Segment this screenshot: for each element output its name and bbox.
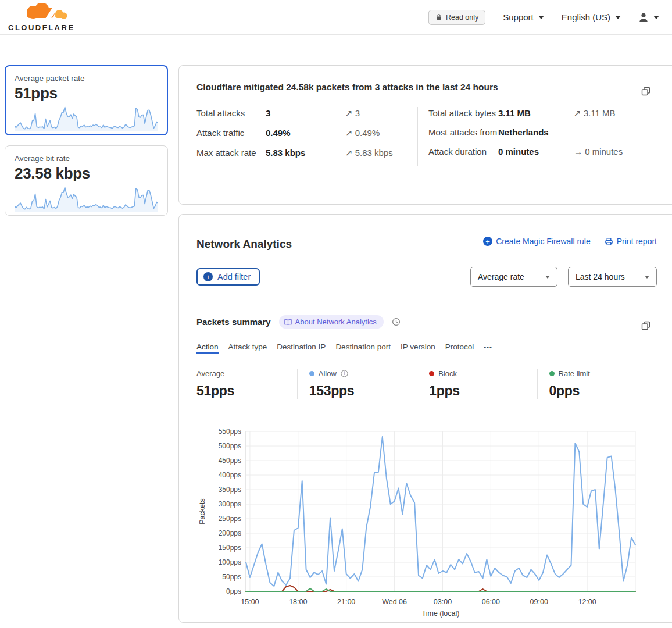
metric-cards-column: Average packet rate51ppsAverage bit rate… — [5, 65, 168, 216]
tab-protocol[interactable]: Protocol — [445, 342, 474, 354]
packet-stat-label-row: Allowi — [309, 369, 417, 378]
svg-text:300pps: 300pps — [219, 500, 241, 508]
stat-label: Attack traffic — [196, 127, 266, 140]
language-menu[interactable]: English (US) — [562, 12, 621, 22]
readonly-label: Read only — [446, 13, 478, 22]
language-label: English (US) — [562, 12, 610, 22]
sparkline — [15, 185, 158, 214]
svg-text:15:00: 15:00 — [241, 598, 259, 606]
svg-text:12:00: 12:00 — [578, 598, 596, 606]
chevron-down-icon — [615, 16, 621, 19]
metric-card-bit-rate[interactable]: Average bit rate23.58 kbps — [5, 145, 168, 216]
attack-stat-row: Attack traffic0.49%↗ 0.49% — [196, 127, 403, 140]
top-header: CLOUDFLARE Read only Support English (US… — [0, 0, 672, 35]
metric-label: Average packet rate — [15, 74, 158, 83]
svg-text:250pps: 250pps — [219, 515, 241, 523]
chevron-down-icon — [545, 276, 550, 279]
svg-text:i: i — [344, 370, 345, 376]
account-menu[interactable] — [638, 12, 659, 23]
expand-icon[interactable] — [641, 87, 650, 98]
history-clock-icon[interactable] — [392, 317, 401, 326]
tab-ip-version[interactable]: IP version — [401, 342, 435, 354]
svg-text:Packets: Packets — [198, 498, 206, 524]
packet-stats-row: Average51ppsAllowi153ppsBlock1ppsRate li… — [196, 369, 657, 399]
info-icon[interactable]: i — [341, 370, 348, 377]
network-analytics-card: Network Analytics + Create Magic Firewal… — [178, 214, 672, 623]
svg-text:550pps: 550pps — [219, 427, 241, 436]
chevron-down-icon — [538, 16, 544, 19]
tabs-overflow-button[interactable]: ••• — [484, 344, 492, 354]
sparkline-chart — [15, 105, 158, 131]
svg-text:06:00: 06:00 — [482, 598, 500, 606]
create-magic-firewall-rule-link[interactable]: + Create Magic Firewall rule — [483, 237, 591, 246]
svg-text:50pps: 50pps — [222, 573, 241, 581]
book-icon — [284, 319, 292, 326]
time-range-value: Last 24 hours — [576, 272, 625, 281]
svg-text:0pps: 0pps — [226, 587, 241, 595]
legend-dot-icon — [309, 371, 314, 376]
stat-delta: ↗ 3.11 MB — [574, 107, 655, 120]
stat-delta: ↗ 3 — [345, 107, 403, 120]
packet-stat-label: Allow — [319, 369, 337, 378]
cloudflare-cloud-icon — [11, 3, 72, 25]
packet-stat-label-row: Average — [196, 369, 297, 378]
metric-card-packet-rate[interactable]: Average packet rate51pps — [5, 65, 168, 135]
sparkline — [15, 105, 158, 134]
stat-value: 5.83 kbps — [266, 147, 345, 159]
legend-dot-icon — [429, 371, 434, 376]
support-menu[interactable]: Support — [503, 12, 544, 22]
metric-select[interactable]: Average rate — [470, 267, 557, 287]
time-range-select[interactable]: Last 24 hours — [568, 267, 657, 287]
chevron-down-icon — [645, 276, 649, 279]
mitigation-summary-title: Cloudflare mitigated 24.58k packets from… — [196, 82, 655, 92]
stat-value: 3.11 MB — [498, 107, 574, 120]
expand-icon[interactable] — [641, 321, 650, 333]
packets-chart: 0pps50pps100pps150pps200pps250pps300pps3… — [196, 424, 657, 622]
metric-value: 23.58 kbps — [15, 165, 158, 183]
legend-dot-icon — [549, 371, 555, 376]
attack-stat-row: Total attacks3↗ 3 — [196, 107, 403, 120]
badge-label: About Network Analytics — [295, 317, 377, 326]
svg-text:Time (local): Time (local) — [422, 609, 460, 618]
cloudflare-logo-text: CLOUDFLARE — [8, 24, 75, 31]
svg-text:400pps: 400pps — [219, 471, 241, 479]
attack-stat-row: Most attacks fromNetherlands — [428, 126, 655, 139]
svg-text:500pps: 500pps — [219, 442, 241, 450]
svg-text:03:00: 03:00 — [434, 598, 452, 606]
packet-stat-allow: Allowi153pps — [297, 369, 417, 399]
plus-circle-icon: + — [483, 237, 492, 246]
attack-stat-row: Total attack bytes3.11 MB↗ 3.11 MB — [428, 107, 655, 120]
tab-action[interactable]: Action — [196, 342, 219, 354]
support-label: Support — [503, 12, 534, 22]
stat-value: 3 — [266, 107, 345, 120]
tab-attack-type[interactable]: Attack type — [228, 342, 267, 354]
add-filter-button[interactable]: + Add filter — [196, 268, 260, 286]
svg-text:18:00: 18:00 — [289, 598, 307, 606]
packets-line-chart: 0pps50pps100pps150pps200pps250pps300pps3… — [196, 424, 650, 620]
packet-stat-block: Block1pps — [417, 369, 537, 399]
chevron-down-icon — [653, 16, 659, 19]
about-network-analytics-badge[interactable]: About Network Analytics — [279, 315, 384, 329]
packet-stat-label: Average — [196, 369, 224, 378]
svg-text:Wed 06: Wed 06 — [382, 598, 407, 606]
cloudflare-logo[interactable]: CLOUDFLARE — [8, 3, 75, 31]
plus-circle-icon: + — [203, 272, 213, 281]
svg-text:100pps: 100pps — [219, 558, 241, 566]
svg-text:450pps: 450pps — [219, 456, 241, 465]
attack-stat-row: Max attack rate5.83 kbps↗ 5.83 kbps — [196, 147, 403, 159]
tab-destination-ip[interactable]: Destination IP — [277, 342, 326, 354]
print-report-link[interactable]: Print report — [605, 237, 657, 246]
svg-text:09:00: 09:00 — [530, 598, 548, 606]
print-report-label: Print report — [617, 237, 657, 246]
metric-select-value: Average rate — [478, 272, 524, 281]
svg-text:150pps: 150pps — [219, 544, 241, 552]
packet-stat-label: Block — [438, 369, 457, 378]
metric-value: 51pps — [15, 84, 158, 102]
stat-label: Max attack rate — [196, 147, 266, 159]
stat-delta: ↗ 0.49% — [345, 127, 403, 140]
tab-destination-port[interactable]: Destination port — [335, 342, 391, 354]
packet-stat-value: 51pps — [196, 383, 297, 399]
stat-delta: ↗ 5.83 kbps — [345, 147, 403, 159]
mitigation-summary-card: Cloudflare mitigated 24.58k packets from… — [178, 65, 672, 205]
stat-label: Total attack bytes — [428, 107, 498, 120]
